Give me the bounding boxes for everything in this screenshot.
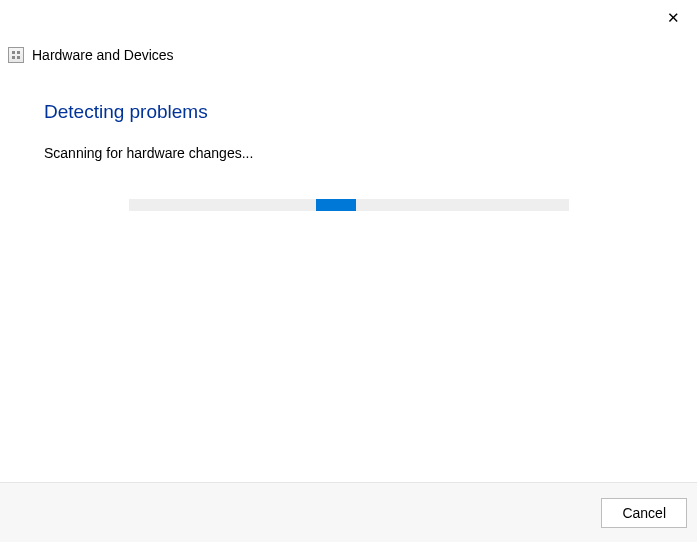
svg-rect-1 [17,51,20,54]
dialog-footer: Cancel [0,482,697,542]
svg-rect-0 [12,51,15,54]
troubleshooter-icon [8,47,24,63]
close-button[interactable]: ✕ [663,8,683,28]
main-content: Detecting problems Scanning for hardware… [0,63,697,211]
window-title: Hardware and Devices [32,47,174,63]
cancel-button[interactable]: Cancel [601,498,687,528]
status-text: Scanning for hardware changes... [44,145,653,161]
close-icon: ✕ [667,9,680,27]
progress-chunk [316,199,356,211]
window-header: Hardware and Devices [0,0,697,63]
page-heading: Detecting problems [44,101,653,123]
progress-bar [129,199,569,211]
svg-rect-2 [12,56,15,59]
svg-rect-3 [17,56,20,59]
